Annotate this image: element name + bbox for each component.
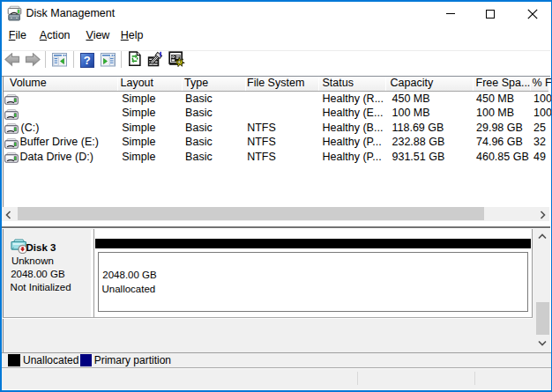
svg-text:?: ? [84, 54, 91, 67]
